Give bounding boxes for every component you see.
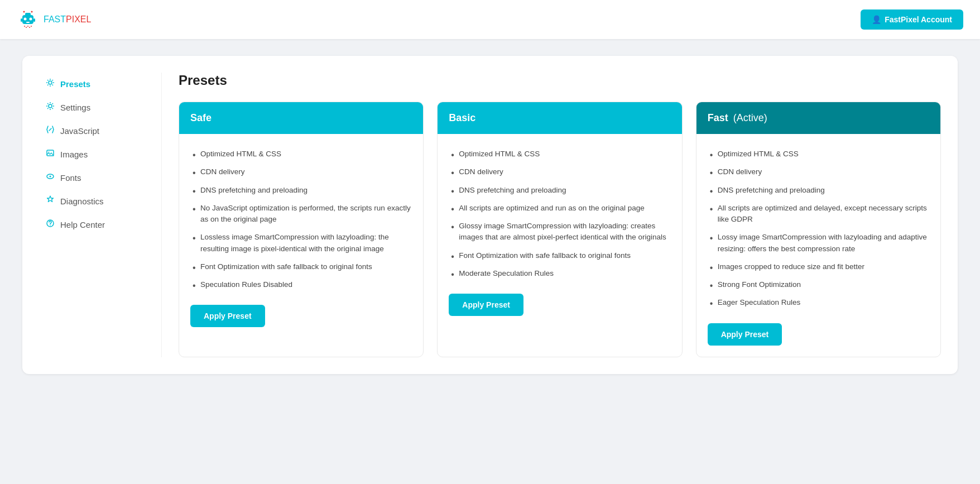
preset-features-basic: Optimized HTML & CSS CDN delivery DNS pr… — [449, 145, 670, 282]
sidebar-label-javascript: JavaScript — [60, 126, 99, 136]
svg-point-7 — [23, 11, 25, 13]
list-item: CDN delivery — [449, 163, 670, 181]
list-item: Lossless image SmartCompression with laz… — [190, 228, 412, 258]
list-item: Eager Speculation Rules — [708, 294, 929, 312]
svg-rect-6 — [33, 18, 35, 22]
apply-preset-fast-button[interactable]: Apply Preset — [708, 323, 782, 346]
svg-point-14 — [49, 81, 52, 84]
svg-point-10 — [26, 27, 27, 28]
account-icon: 👤 — [872, 15, 881, 24]
sidebar-label-help-center: Help Center — [60, 220, 105, 229]
preset-active-label: (Active) — [733, 112, 767, 123]
svg-point-9 — [24, 26, 25, 27]
list-item: DNS prefetching and preloading — [449, 181, 670, 199]
preset-features-fast: Optimized HTML & CSS CDN delivery DNS pr… — [708, 145, 929, 312]
list-item: CDN delivery — [708, 163, 929, 181]
svg-rect-1 — [25, 13, 31, 16]
list-item: All scripts are optimized and delayed, e… — [708, 199, 929, 229]
list-item: DNS prefetching and preloading — [708, 181, 929, 199]
preset-card-safe: Safe Optimized HTML & CSS CDN delivery D… — [179, 102, 424, 357]
logo-icon — [17, 8, 39, 31]
javascript-icon — [46, 125, 55, 136]
svg-point-13 — [31, 26, 32, 27]
preset-body-basic: Optimized HTML & CSS CDN delivery DNS pr… — [438, 134, 681, 327]
logo: FASTPIXEL — [17, 8, 91, 31]
sidebar-item-settings[interactable]: Settings — [39, 96, 150, 118]
sidebar-label-settings: Settings — [60, 103, 90, 112]
main: Presets Settings JavaScript Images — [0, 39, 980, 391]
list-item: Glossy image SmartCompression with lazyl… — [449, 217, 670, 247]
preset-features-safe: Optimized HTML & CSS CDN delivery DNS pr… — [190, 145, 412, 294]
apply-preset-safe-button[interactable]: Apply Preset — [190, 305, 265, 327]
list-item: Lossy image SmartCompression with lazylo… — [708, 228, 929, 258]
sidebar-label-fonts: Fonts — [60, 173, 81, 183]
account-btn-label: FastPixel Account — [885, 15, 952, 24]
preset-header-basic: Basic — [438, 102, 681, 134]
svg-point-11 — [27, 26, 28, 27]
preset-name-basic: Basic — [449, 112, 475, 123]
list-item: Font Optimization with safe fallback to … — [449, 247, 670, 265]
svg-point-21 — [50, 225, 51, 226]
sidebar-item-diagnostics[interactable]: Diagnostics — [39, 190, 150, 212]
preset-header-fast: Fast (Active) — [696, 102, 940, 134]
svg-point-12 — [29, 27, 30, 28]
list-item: Optimized HTML & CSS — [708, 145, 929, 163]
images-icon — [46, 148, 55, 160]
svg-point-19 — [50, 176, 51, 178]
logo-pixel: PIXEL — [66, 15, 91, 24]
account-button[interactable]: 👤 FastPixel Account — [861, 9, 963, 30]
logo-fast: FAST — [44, 15, 66, 24]
apply-preset-basic-button[interactable]: Apply Preset — [449, 294, 523, 316]
preset-header-safe: Safe — [179, 102, 423, 134]
preset-body-safe: Optimized HTML & CSS CDN delivery DNS pr… — [179, 134, 423, 338]
list-item: Strong Font Optimization — [708, 276, 929, 294]
list-item: Optimized HTML & CSS — [449, 145, 670, 163]
diagnostics-icon — [46, 195, 55, 207]
list-item: Font Optimization with safe fallback to … — [190, 258, 412, 276]
logo-text: FASTPIXEL — [44, 15, 91, 25]
svg-point-8 — [31, 11, 33, 13]
svg-rect-4 — [26, 22, 30, 23]
svg-point-17 — [49, 152, 50, 153]
fonts-icon — [46, 172, 55, 183]
list-item: CDN delivery — [190, 163, 412, 181]
settings-icon — [46, 102, 55, 113]
list-item: Moderate Speculation Rules — [449, 265, 670, 282]
svg-point-3 — [30, 18, 32, 21]
list-item: Images cropped to reduce size and fit be… — [708, 258, 929, 276]
sidebar-item-fonts[interactable]: Fonts — [39, 166, 150, 189]
header: FASTPIXEL 👤 FastPixel Account — [0, 0, 980, 39]
sidebar-item-javascript[interactable]: JavaScript — [39, 119, 150, 142]
list-item: No JavaScript optimization is performed,… — [190, 199, 412, 229]
svg-rect-5 — [21, 18, 22, 22]
sidebar-label-presets: Presets — [60, 79, 90, 89]
main-card: Presets Settings JavaScript Images — [22, 56, 958, 374]
sidebar-item-presets[interactable]: Presets — [39, 73, 150, 95]
list-item: Speculation Rules Disabled — [190, 276, 412, 294]
list-item: Optimized HTML & CSS — [190, 145, 412, 163]
preset-card-fast: Fast (Active) Optimized HTML & CSS CDN d… — [696, 102, 941, 357]
presets-icon — [46, 78, 55, 89]
list-item: All scripts are optimized and run as on … — [449, 199, 670, 217]
page-title: Presets — [179, 73, 941, 88]
sidebar-item-images[interactable]: Images — [39, 143, 150, 165]
help-center-icon — [46, 219, 55, 230]
preset-name-safe: Safe — [190, 112, 212, 123]
sidebar-label-diagnostics: Diagnostics — [60, 197, 104, 206]
sidebar: Presets Settings JavaScript Images — [39, 73, 162, 357]
preset-name-fast: Fast (Active) — [708, 112, 767, 123]
svg-point-2 — [24, 18, 27, 21]
preset-card-basic: Basic Optimized HTML & CSS CDN delivery … — [437, 102, 682, 357]
preset-body-fast: Optimized HTML & CSS CDN delivery DNS pr… — [696, 134, 940, 357]
list-item: DNS prefetching and preloading — [190, 181, 412, 199]
sidebar-label-images: Images — [60, 150, 88, 159]
content-area: Presets Safe Optimized HTML & CSS CDN de… — [162, 73, 941, 357]
presets-grid: Safe Optimized HTML & CSS CDN delivery D… — [179, 102, 941, 357]
sidebar-item-help-center[interactable]: Help Center — [39, 213, 150, 236]
svg-point-15 — [49, 104, 52, 108]
